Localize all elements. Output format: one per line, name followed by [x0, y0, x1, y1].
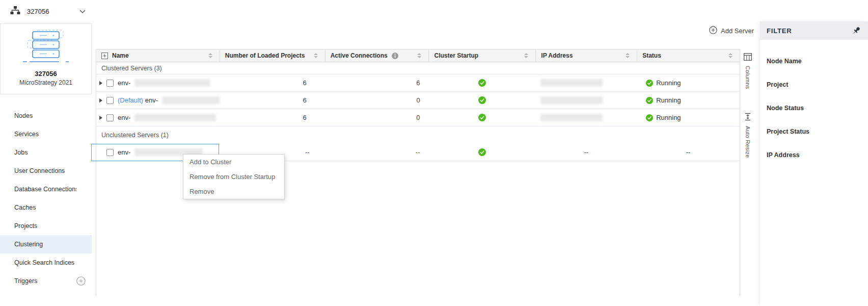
- sort-icon[interactable]: [417, 53, 421, 58]
- active-connections-value: 6: [325, 74, 429, 91]
- row-checkbox[interactable]: [106, 114, 114, 121]
- context-menu-item-remove-from-cluster-startup[interactable]: Remove from Cluster Startup: [183, 169, 284, 184]
- status-check-icon: [646, 80, 653, 87]
- redacted-server-name: [134, 79, 210, 87]
- cluster-startup-check-icon: [478, 79, 486, 87]
- auto-resize-button[interactable]: Auto Resize: [740, 113, 755, 158]
- sidebar-item-database-connections[interactable]: Database Connections: [0, 180, 92, 198]
- sidebar-item-quick-search-indices[interactable]: Quick Search Indices: [0, 253, 92, 272]
- server-version: MicroStrategy 2021: [19, 79, 72, 86]
- info-icon[interactable]: [392, 53, 398, 59]
- pin-icon[interactable]: [852, 26, 861, 35]
- filter-field-ip-address[interactable]: IP Address: [760, 143, 868, 167]
- filter-field-node-status[interactable]: Node Status: [760, 96, 868, 120]
- status-label: Running: [656, 79, 681, 87]
- redacted-server-name: [162, 96, 220, 104]
- redacted-server-name: [134, 114, 216, 121]
- filter-field-project[interactable]: Project: [760, 73, 868, 96]
- context-menu: Add to Cluster Remove from Cluster Start…: [183, 154, 285, 199]
- sidebar-item-services[interactable]: Services: [0, 125, 92, 143]
- group-row-clustered-servers: Clustered Servers (3): [96, 62, 740, 74]
- column-header-loaded-projects[interactable]: Number of Loaded Projects: [220, 49, 325, 62]
- add-server-label: Add Server: [721, 27, 754, 35]
- sidebar-item-projects[interactable]: Projects: [0, 217, 92, 235]
- redacted-ip-address: [540, 114, 603, 121]
- expand-caret-icon[interactable]: [99, 81, 102, 85]
- status-check-icon: [646, 114, 653, 121]
- chevron-down-icon[interactable]: [79, 10, 86, 13]
- table-side-toolbar: Columns Auto Resize: [740, 49, 755, 296]
- server-info-card: 327056 MicroStrategy 2021: [0, 23, 92, 94]
- add-server-button[interactable]: Add Server: [709, 26, 754, 36]
- sidebar-nav: Nodes Services Jobs User Connections Dat…: [0, 107, 92, 290]
- sidebar-item-triggers[interactable]: Triggers: [0, 272, 92, 290]
- status-check-icon: [646, 97, 653, 104]
- redacted-ip-address: [540, 79, 603, 87]
- server-stack-icon: [21, 29, 71, 67]
- loaded-projects-value: 6: [220, 74, 325, 91]
- row-checkbox[interactable]: [106, 80, 114, 87]
- add-trigger-button[interactable]: [76, 276, 86, 286]
- sort-icon[interactable]: [728, 53, 733, 58]
- column-header-ip-address[interactable]: IP Address: [535, 49, 637, 62]
- table-row[interactable]: (Default) env- 6 0 Running: [96, 92, 740, 109]
- filter-fields: Node Name Project Node Status Project St…: [760, 40, 868, 167]
- filter-panel-header: FILTER: [760, 21, 868, 40]
- sort-icon[interactable]: [208, 53, 212, 58]
- loaded-projects-value: 6: [220, 109, 325, 126]
- filter-title: FILTER: [767, 27, 792, 35]
- column-header-active-connections[interactable]: Active Connections: [325, 49, 429, 62]
- loaded-projects-value: 6: [220, 92, 325, 109]
- active-connections-value: 0: [325, 92, 429, 109]
- sort-icon[interactable]: [626, 53, 630, 58]
- environment-name: 327056: [27, 8, 49, 15]
- server-name-prefix: env-: [118, 79, 130, 87]
- server-name-prefix: env-: [145, 96, 158, 104]
- context-menu-item-add-to-cluster[interactable]: Add to Cluster: [183, 155, 284, 169]
- expand-all-icon[interactable]: [101, 53, 108, 59]
- context-menu-item-remove[interactable]: Remove: [183, 184, 284, 199]
- sort-icon[interactable]: [524, 53, 528, 58]
- filter-field-node-name[interactable]: Node Name: [760, 49, 868, 73]
- environment-selector[interactable]: 327056: [10, 6, 86, 16]
- columns-button[interactable]: Columns: [740, 53, 755, 89]
- expand-caret-icon[interactable]: [99, 98, 102, 103]
- redacted-ip-address: [540, 96, 603, 104]
- sidebar-item-jobs[interactable]: Jobs: [0, 143, 92, 162]
- status-label: --: [637, 144, 740, 161]
- server-title: 327056: [35, 70, 57, 78]
- row-checkbox[interactable]: [106, 149, 114, 156]
- sidebar-item-clustering[interactable]: Clustering: [0, 235, 92, 253]
- cluster-startup-check-icon: [478, 96, 486, 104]
- sidebar-item-caches[interactable]: Caches: [0, 198, 92, 217]
- cluster-startup-check-icon: [478, 114, 486, 121]
- table-row[interactable]: env- 6 0 Running: [96, 109, 740, 126]
- group-row-unclustered-servers: Unclustered Servers (1): [96, 126, 740, 144]
- table-row[interactable]: env- 6 6 Running: [96, 74, 740, 92]
- column-header-name[interactable]: Name: [96, 49, 220, 62]
- server-name-prefix: env-: [118, 114, 130, 121]
- plus-circle-icon: [709, 26, 717, 36]
- filter-panel: FILTER Node Name Project Node Status Pro…: [760, 21, 868, 306]
- column-header-cluster-startup[interactable]: Cluster Startup: [428, 49, 535, 62]
- auto-resize-icon: [744, 113, 751, 123]
- table-header-row: Name Number of Loaded Projects Active Co…: [96, 49, 740, 62]
- default-tag: (Default): [118, 96, 143, 104]
- cluster-startup-check-icon: [478, 148, 486, 156]
- status-label: Running: [656, 96, 681, 104]
- active-connections-value: --: [325, 144, 429, 161]
- sidebar-item-user-connections[interactable]: User Connections: [0, 162, 92, 180]
- sidebar-item-nodes[interactable]: Nodes: [0, 107, 92, 125]
- sort-icon[interactable]: [314, 53, 318, 58]
- columns-icon: [744, 53, 752, 63]
- filter-field-project-status[interactable]: Project Status: [760, 120, 868, 143]
- status-label: Running: [656, 114, 681, 121]
- ip-address-value: --: [535, 144, 637, 161]
- sitemap-icon: [10, 6, 20, 17]
- active-connections-value: 0: [325, 109, 429, 126]
- column-header-status[interactable]: Status: [637, 49, 740, 62]
- app-root: 327056 327056 MicroStrategy 2021 Nodes S…: [0, 0, 868, 306]
- row-checkbox[interactable]: [106, 97, 114, 104]
- server-name-prefix: env-: [118, 148, 130, 156]
- expand-caret-icon[interactable]: [99, 116, 102, 120]
